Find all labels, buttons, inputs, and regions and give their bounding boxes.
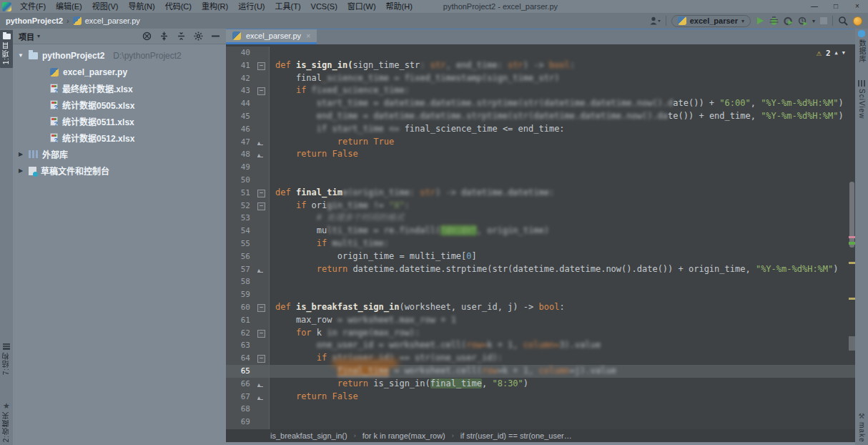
inspection-widget[interactable]: ⚠ 2 ▲ ▼: [817, 48, 845, 58]
code-line[interactable]: 44 start_time = datetime.datetime.strpti…: [226, 97, 855, 110]
menu-item[interactable]: 代码(C): [160, 0, 197, 13]
run-options-chevron-icon[interactable]: ▾: [812, 18, 815, 24]
settings-gear-icon[interactable]: [194, 31, 203, 41]
tree-item[interactable]: 统计数据0511.xlsx: [13, 113, 226, 129]
tree-item[interactable]: ▶草稿文件和控制台: [13, 162, 226, 179]
code-line[interactable]: 46 if start_time <= final_science_time <…: [226, 123, 855, 136]
code-line[interactable]: 64 if str(user_id) == str(one_user_id):: [226, 352, 855, 365]
code-line[interactable]: 42 final_science_time = fixed_timestamp(…: [226, 72, 855, 85]
code-line[interactable]: 45 end_time = datetime.datetime.strptime…: [226, 110, 855, 123]
menu-item[interactable]: 文件(F): [15, 0, 51, 13]
code-line[interactable]: 56 origin_time = multi_time[0]: [226, 250, 855, 263]
menu-item[interactable]: 窗口(W): [342, 0, 381, 13]
tree-item[interactable]: 统计数据0512.xlsx: [13, 129, 226, 146]
tree-item[interactable]: excel_parser.py: [13, 64, 226, 80]
debug-button[interactable]: [769, 16, 779, 26]
notification-badge-icon[interactable]: [853, 16, 862, 26]
prev-warning-icon[interactable]: ▲: [835, 50, 838, 56]
code-line[interactable]: 47 return True: [226, 136, 855, 149]
tab-close-icon[interactable]: ×: [306, 31, 310, 40]
gutter-arrow-icon[interactable]: [255, 378, 270, 391]
menu-item[interactable]: 工具(T): [270, 0, 306, 13]
menu-item[interactable]: 运行(U): [233, 0, 270, 13]
tree-chevron-icon[interactable]: ▼: [17, 52, 24, 59]
code-line[interactable]: 49: [226, 161, 855, 174]
code-line[interactable]: 65 final_time = worksheet.cell(row=k + 1…: [226, 365, 855, 378]
next-warning-icon[interactable]: ▼: [842, 50, 845, 56]
menu-item[interactable]: 重构(R): [197, 0, 233, 13]
fold-marker-icon[interactable]: [255, 187, 270, 200]
code-line[interactable]: 63 one_user_id = worksheet.cell(row=k + …: [226, 339, 855, 352]
breadcrumb-item[interactable]: for k in range(max_row): [363, 431, 445, 440]
tab-excel-parser[interactable]: excel_parser.py ×: [226, 29, 317, 44]
tool-button-make[interactable]: ⚒ make: [855, 413, 868, 442]
code-line[interactable]: 54 multi_time = re.findall("d+:d+", orig…: [226, 225, 855, 238]
expand-all-icon[interactable]: [177, 31, 186, 41]
project-panel-title[interactable]: 项目 ▾: [19, 31, 40, 42]
code-line[interactable]: 67 return False: [226, 391, 855, 404]
editor-scrollbar[interactable]: [849, 44, 855, 429]
code-line[interactable]: 62 for k in range(max_row):: [226, 327, 855, 340]
gutter-arrow-icon[interactable]: [255, 136, 270, 149]
hide-panel-icon[interactable]: [211, 31, 220, 41]
user-account-icon[interactable]: [650, 16, 661, 25]
code-line[interactable]: 41def is_sign_in(sign_time_str: str, end…: [226, 59, 855, 72]
tree-item[interactable]: ▶外部库: [13, 146, 226, 162]
tree-item[interactable]: 统计数据0505.xlsx: [13, 97, 226, 113]
menu-item[interactable]: VCS(S): [306, 0, 342, 13]
code-line[interactable]: 48 return False: [226, 148, 855, 161]
fold-marker-icon[interactable]: [255, 84, 270, 97]
breadcrumb-item[interactable]: if str(user_id) == str(one_user…: [460, 431, 572, 440]
tool-button-database[interactable]: 数据库: [855, 30, 868, 63]
gutter-arrow-icon[interactable]: [255, 263, 270, 276]
menu-item[interactable]: 帮助(H): [381, 0, 418, 13]
code-line[interactable]: 40: [226, 47, 855, 59]
code-line[interactable]: 55 if multi_time:: [226, 238, 855, 250]
minimize-button[interactable]: —: [804, 0, 825, 13]
code-line[interactable]: 43 if fixed_science_time:: [226, 84, 855, 97]
tool-button-sciview[interactable]: SciView: [855, 80, 868, 119]
tree-item[interactable]: 最终统计数据.xlsx: [13, 80, 226, 97]
breadcrumb-item[interactable]: is_breakfast_sign_in(): [270, 431, 347, 440]
tool-button-favorites[interactable]: ★ 2:收藏夹: [0, 402, 13, 442]
run-button[interactable]: [756, 16, 764, 25]
code-line[interactable]: 68: [226, 403, 855, 416]
code-line[interactable]: 66 return is_sign_in(final_time, "8:30"): [226, 378, 855, 391]
menu-item[interactable]: 视图(V): [87, 0, 124, 13]
code-line[interactable]: 70: [226, 429, 855, 429]
menu-item[interactable]: 导航(N): [123, 0, 159, 13]
fold-marker-icon[interactable]: [255, 327, 270, 340]
code-line[interactable]: 61 max_row = worksheet.max_row + 1: [226, 314, 855, 327]
tree-chevron-icon[interactable]: ▶: [17, 167, 24, 174]
stop-button[interactable]: [820, 17, 827, 24]
breadcrumb-file[interactable]: excel_parser.py: [85, 16, 140, 25]
code-line[interactable]: 50: [226, 174, 855, 187]
tree-item[interactable]: ▼pythonProject2D:\pythonProject2: [13, 47, 226, 64]
run-with-coverage-button[interactable]: [798, 16, 807, 26]
locate-file-icon[interactable]: [142, 31, 152, 41]
fold-marker-icon[interactable]: [255, 352, 270, 365]
maximize-button[interactable]: □: [825, 0, 847, 13]
fold-marker-icon[interactable]: [255, 59, 270, 72]
code-line[interactable]: 60def is_breakfast_sign_in(worksheet, us…: [226, 301, 855, 314]
fold-marker-icon[interactable]: [255, 301, 270, 314]
fold-marker-icon[interactable]: [255, 200, 270, 212]
code-line[interactable]: 59: [226, 288, 855, 301]
gutter-arrow-icon[interactable]: [255, 148, 270, 161]
tree-chevron-icon[interactable]: ▶: [17, 151, 24, 157]
tool-button-project[interactable]: 1:项目: [0, 30, 13, 68]
code-line[interactable]: 69: [226, 416, 855, 429]
profiler-button[interactable]: [784, 16, 793, 26]
code-line[interactable]: 51def final_time(origin_time: str) -> da…: [226, 187, 855, 200]
code-line[interactable]: 52 if origin_time != "X":: [226, 200, 855, 212]
code-editor[interactable]: 4041def is_sign_in(sign_time_str: str, e…: [226, 44, 855, 429]
gutter-arrow-icon[interactable]: [255, 391, 270, 404]
menu-item[interactable]: 编辑(E): [51, 0, 87, 13]
code-line[interactable]: 53 # 处理多个时间的格式: [226, 212, 855, 225]
collapse-all-icon[interactable]: [159, 31, 169, 41]
breadcrumb-project[interactable]: pythonProject2: [6, 16, 63, 25]
run-configuration-select[interactable]: excel_parser ▾: [671, 15, 751, 27]
tool-button-structure[interactable]: 7:结构: [0, 343, 13, 375]
code-line[interactable]: 57 return datetime.datetime.strptime(str…: [226, 263, 855, 276]
search-everywhere-icon[interactable]: [838, 16, 848, 26]
